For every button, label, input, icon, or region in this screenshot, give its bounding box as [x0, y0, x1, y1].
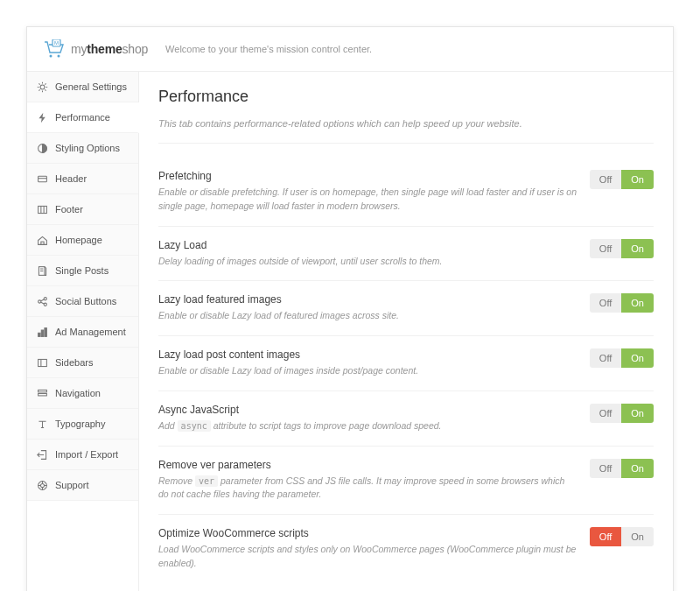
cart-icon: M	[43, 39, 66, 59]
svg-rect-25	[38, 390, 46, 391]
sidebar-item-footer[interactable]: Footer	[27, 194, 138, 225]
sidebar-item-label: Import / Export	[55, 449, 118, 460]
toggle[interactable]: OffOn	[590, 404, 654, 423]
svg-point-16	[44, 297, 46, 299]
option-text: Lazy load featured imagesEnable or disab…	[158, 293, 578, 323]
sidebar-item-support[interactable]: Support	[27, 470, 138, 501]
option-description: Delay loading of images outside of viewp…	[158, 255, 578, 269]
toggle-off[interactable]: Off	[590, 459, 621, 478]
sidebar-item-general-settings[interactable]: General Settings	[27, 72, 138, 102]
option-row: Optimize WooCommerce scriptsLoad WooComm…	[158, 515, 654, 583]
option-title: Lazy load post content images	[158, 348, 578, 361]
svg-point-15	[38, 299, 40, 302]
tagline: Welcome to your theme's mission control …	[165, 44, 372, 54]
sidebar-item-social-buttons[interactable]: Social Buttons	[27, 286, 138, 317]
svg-point-0	[50, 55, 52, 58]
sidebar-item-import-export[interactable]: Import / Export	[27, 440, 138, 470]
svg-rect-8	[38, 206, 46, 213]
page-description: This tab contains performance-related op…	[158, 118, 654, 144]
toggle-off[interactable]: Off	[590, 404, 621, 423]
sidebar-item-label: Homepage	[55, 235, 102, 245]
toggle[interactable]: OffOn	[590, 239, 654, 258]
sidebar-item-label: Performance	[55, 112, 110, 123]
sidebar-item-sidebars[interactable]: Sidebars	[27, 348, 138, 378]
sidebar-item-label: Typography	[55, 419, 105, 429]
nav-icon	[36, 387, 48, 399]
svg-line-18	[40, 299, 43, 301]
option-row: Async JavaScriptAdd async attribute to s…	[158, 391, 654, 447]
option-title: Lazy Load	[158, 239, 578, 251]
svg-text:M: M	[54, 40, 59, 46]
option-text: PrefetchingEnable or disable prefetching…	[158, 170, 578, 214]
toggle[interactable]: OffOn	[590, 527, 654, 546]
header: M mythemeshop Welcome to your theme's mi…	[27, 27, 673, 72]
option-title: Lazy load featured images	[158, 293, 578, 306]
sidebar-item-typography[interactable]: Typography	[27, 409, 138, 440]
sidebar-item-label: Ad Management	[55, 327, 126, 337]
option-row: PrefetchingEnable or disable prefetching…	[158, 158, 654, 227]
option-description: Load WooCommerce scripts and styles only…	[158, 543, 578, 571]
svg-rect-20	[38, 333, 39, 336]
svg-line-19	[40, 302, 43, 304]
option-text: Lazy load post content imagesEnable or d…	[158, 348, 578, 378]
toggle-off[interactable]: Off	[590, 348, 621, 368]
option-description: Add async attribute to script tags to im…	[158, 419, 578, 433]
sidebar-item-single-posts[interactable]: Single Posts	[27, 256, 138, 286]
toggle[interactable]: OffOn	[590, 348, 654, 368]
content: Performance This tab contains performanc…	[139, 72, 673, 591]
sidebar-item-label: Social Buttons	[55, 296, 116, 306]
toggle-on[interactable]: On	[621, 404, 654, 423]
option-description: Enable or disable Lazy load of images in…	[158, 364, 578, 378]
sidebar-icon	[36, 356, 48, 369]
toggle-off[interactable]: Off	[590, 170, 621, 189]
svg-rect-22	[44, 327, 46, 336]
svg-rect-6	[38, 176, 46, 182]
option-row: Remove ver parametersRemove ver paramete…	[158, 447, 654, 516]
toggle-on[interactable]: On	[621, 527, 654, 546]
option-description: Enable or disable prefetching. If user i…	[158, 186, 578, 214]
toggle-off[interactable]: Off	[590, 527, 621, 546]
toggle[interactable]: OffOn	[590, 170, 654, 189]
svg-rect-11	[40, 242, 43, 244]
option-text: Optimize WooCommerce scriptsLoad WooComm…	[158, 527, 578, 571]
body: General SettingsPerformanceStyling Optio…	[27, 72, 673, 591]
columns-icon	[36, 203, 48, 215]
toggle-off[interactable]: Off	[590, 293, 621, 313]
toggle[interactable]: OffOn	[590, 459, 654, 478]
sidebar-item-label: Navigation	[55, 388, 101, 398]
bolt-icon	[36, 111, 48, 123]
toggle-on[interactable]: On	[621, 239, 654, 258]
option-text: Lazy LoadDelay loading of images outside…	[158, 239, 578, 269]
svg-rect-23	[38, 359, 46, 366]
toggle[interactable]: OffOn	[590, 293, 654, 313]
toggle-on[interactable]: On	[621, 293, 654, 313]
toggle-off[interactable]: Off	[590, 239, 621, 258]
exit-icon	[36, 448, 48, 461]
options-list: PrefetchingEnable or disable prefetching…	[158, 158, 654, 583]
sidebar-item-navigation[interactable]: Navigation	[27, 378, 138, 409]
sidebar-item-ad-management[interactable]: Ad Management	[27, 317, 138, 348]
brand-theme: theme	[87, 42, 122, 56]
sidebar-item-styling-options[interactable]: Styling Options	[27, 133, 138, 164]
contrast-icon	[36, 142, 48, 154]
svg-point-17	[44, 303, 46, 306]
sidebar-item-homepage[interactable]: Homepage	[27, 225, 138, 256]
sidebar-item-label: Footer	[55, 204, 83, 215]
toggle-on[interactable]: On	[621, 170, 654, 189]
settings-panel: M mythemeshop Welcome to your theme's mi…	[26, 26, 674, 591]
toggle-on[interactable]: On	[621, 459, 654, 478]
sidebar-item-performance[interactable]: Performance	[27, 102, 139, 133]
sidebar: General SettingsPerformanceStyling Optio…	[27, 72, 139, 591]
card-icon	[36, 172, 48, 185]
option-row: Lazy LoadDelay loading of images outside…	[158, 227, 654, 282]
option-text: Async JavaScriptAdd async attribute to s…	[158, 404, 578, 433]
brand-logo: M mythemeshop	[43, 39, 148, 59]
svg-point-4	[40, 85, 45, 89]
sidebar-item-header[interactable]: Header	[27, 164, 138, 194]
page-title: Performance	[158, 88, 654, 106]
option-row: Lazy load post content imagesEnable or d…	[158, 336, 654, 391]
toggle-on[interactable]: On	[621, 348, 654, 368]
bar-icon	[36, 326, 48, 338]
gear-icon	[36, 81, 48, 93]
svg-rect-26	[38, 393, 46, 395]
